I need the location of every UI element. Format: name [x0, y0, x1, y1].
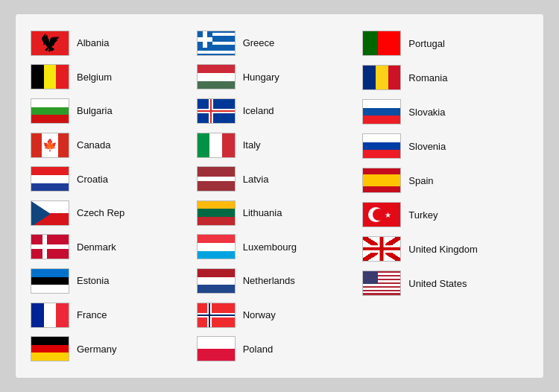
flag-lithuania — [197, 200, 236, 226]
country-slovenia: Slovenia — [408, 141, 446, 152]
list-item: France — [31, 300, 197, 331]
flag-canada — [31, 133, 69, 158]
country-netherlands: Netherlands — [243, 275, 295, 286]
country-bulgaria: Bulgaria — [77, 105, 113, 116]
list-item: ★ Turkey — [362, 199, 528, 230]
list-item: Denmark — [31, 232, 197, 263]
country-poland: Poland — [243, 344, 273, 355]
country-turkey: Turkey — [408, 209, 438, 221]
country-portugal: Portugal — [408, 38, 444, 49]
flag-hungary — [197, 64, 236, 89]
flag-latvia — [197, 166, 236, 192]
country-italy: Italy — [243, 139, 261, 151]
country-estonia: Estonia — [77, 275, 109, 286]
flag-slovenia — [362, 133, 401, 159]
flag-bulgaria — [31, 98, 69, 124]
flag-albania — [31, 31, 69, 56]
country-luxembourg: Luxembourg — [243, 241, 297, 253]
list-item: Lithuania — [197, 197, 363, 229]
country-germany: Germany — [77, 344, 116, 355]
flag-luxembourg — [197, 234, 236, 259]
column-1: Albania Belgium Bulgaria Canada Croatia — [31, 28, 197, 364]
column-2: Greece Hungary Iceland Italy Latvia — [197, 28, 363, 364]
country-denmark: Denmark — [77, 241, 116, 253]
flag-belgium — [31, 64, 69, 89]
list-item: Slovakia — [362, 96, 528, 127]
list-item: Hungary — [197, 62, 363, 93]
flag-turkey: ★ — [362, 202, 401, 227]
flag-us — [362, 271, 401, 296]
list-item: Greece — [197, 28, 363, 59]
country-hungary: Hungary — [243, 72, 280, 83]
country-albania: Albania — [77, 37, 109, 48]
country-iceland: Iceland — [243, 105, 274, 116]
list-item: Croatia — [31, 163, 197, 195]
column-3: Portugal Romania Slovakia Slovenia Spain — [362, 28, 528, 364]
flag-spain — [362, 168, 401, 193]
country-lithuania: Lithuania — [243, 207, 282, 218]
flag-romania — [362, 65, 401, 90]
country-slovakia: Slovakia — [408, 107, 445, 118]
flag-germany — [31, 336, 69, 361]
list-item: United Kingdom — [362, 233, 528, 265]
country-canada: Canada — [77, 139, 111, 151]
flag-slovakia — [362, 99, 401, 124]
main-card: Albania Belgium Bulgaria Canada Croatia — [15, 13, 544, 379]
list-item: Germany — [31, 333, 197, 364]
flag-greece — [197, 31, 236, 56]
country-belgium: Belgium — [77, 72, 112, 83]
list-item: Luxembourg — [197, 232, 363, 263]
country-croatia: Croatia — [77, 174, 108, 185]
list-item: United States — [362, 268, 528, 299]
country-spain: Spain — [408, 175, 433, 186]
list-item: Bulgaria — [31, 95, 197, 127]
list-item: Albania — [31, 28, 197, 59]
flag-croatia — [31, 166, 69, 192]
list-item: Portugal — [362, 28, 528, 59]
flag-estonia — [31, 268, 69, 294]
country-latvia: Latvia — [243, 174, 269, 185]
list-item: Czech Rep — [31, 197, 197, 229]
flag-denmark — [31, 234, 69, 259]
country-us: United States — [408, 278, 467, 289]
flag-iceland — [197, 98, 236, 124]
list-item: Latvia — [197, 163, 363, 195]
country-czech: Czech Rep — [77, 207, 124, 218]
flag-poland — [197, 336, 236, 361]
list-item: Canada — [31, 130, 197, 161]
list-item: Slovenia — [362, 130, 528, 162]
country-norway: Norway — [243, 309, 276, 320]
list-item: Belgium — [31, 62, 197, 93]
country-france: France — [77, 309, 107, 320]
list-item: Romania — [362, 62, 528, 93]
flag-uk — [362, 236, 401, 262]
list-item: Iceland — [197, 95, 363, 127]
flag-portugal — [362, 31, 401, 56]
list-item: Spain — [362, 165, 528, 196]
country-greece: Greece — [243, 37, 275, 48]
list-item: Italy — [197, 130, 363, 161]
flag-italy — [197, 133, 236, 158]
list-item: Norway — [197, 300, 363, 331]
list-item: Estonia — [31, 265, 197, 297]
flag-france — [31, 303, 69, 328]
country-uk: United Kingdom — [408, 244, 478, 255]
country-romania: Romania — [408, 72, 447, 83]
list-item: Netherlands — [197, 265, 363, 297]
flag-norway — [197, 303, 236, 328]
flag-netherlands — [197, 268, 236, 294]
flag-czech — [31, 200, 69, 226]
list-item: Poland — [197, 333, 363, 364]
